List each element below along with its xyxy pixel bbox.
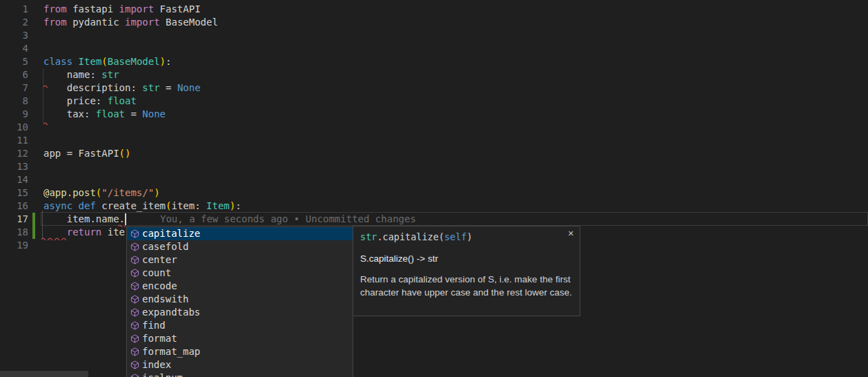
code-line: 11 — [0, 134, 868, 147]
line-number[interactable]: 8 — [0, 95, 28, 108]
suggest-item[interactable]: count — [127, 267, 353, 280]
suggest-item[interactable]: capitalize — [127, 227, 353, 240]
code-text[interactable]: app = FastAPI() — [28, 147, 130, 160]
line-number[interactable]: 7 — [0, 81, 28, 95]
code-text[interactable] — [28, 42, 43, 55]
line-number[interactable]: 16 — [0, 200, 28, 213]
line-number[interactable]: 14 — [0, 173, 28, 186]
code-text[interactable] — [28, 134, 43, 147]
suggest-item-label: index — [142, 358, 171, 371]
suggest-item[interactable]: isalnum — [127, 371, 353, 377]
code-line: 2from pydantic import BaseModel — [0, 16, 868, 29]
code-line: 6 name: str — [0, 68, 868, 81]
suggest-item[interactable]: find — [127, 319, 353, 332]
line-number[interactable]: 6 — [0, 68, 28, 81]
suggest-item-label: format_map — [142, 345, 200, 358]
suggest-item-label: casefold — [142, 240, 188, 253]
suggest-item[interactable]: format_map — [127, 345, 353, 358]
suggest-widget: capitalizecasefoldcentercountencodeendsw… — [126, 226, 353, 377]
code-text[interactable]: async def create_item(item: Item): — [28, 200, 241, 213]
line-number[interactable]: 11 — [0, 134, 28, 147]
horizontal-scrollbar-thumb[interactable] — [0, 371, 88, 377]
line-number[interactable]: 18 — [0, 226, 28, 239]
suggest-item[interactable]: index — [127, 358, 353, 371]
suggest-item-label: format — [142, 332, 177, 345]
code-text[interactable] — [28, 239, 43, 252]
code-line: 13 — [0, 160, 868, 173]
method-icon — [129, 307, 140, 318]
doc-body: Return a capitalized version of S, i.e. … — [360, 273, 573, 299]
code-text[interactable]: @app.post("/items/") — [28, 186, 160, 200]
close-icon[interactable]: ✕ — [568, 230, 574, 238]
method-icon — [129, 360, 140, 371]
line-number[interactable]: 4 — [0, 42, 28, 55]
suggest-item-label: capitalize — [142, 227, 200, 240]
code-text[interactable]: tax: float = None — [28, 108, 166, 121]
line-number[interactable]: 2 — [0, 16, 28, 29]
method-icon — [129, 320, 140, 331]
code-line: 15@app.post("/items/") — [0, 186, 868, 200]
doc-summary: S.capitalize() -> str — [360, 253, 573, 264]
suggest-item-label: expandtabs — [142, 306, 200, 319]
line-number[interactable]: 5 — [0, 55, 28, 68]
code-line: 3 — [0, 29, 868, 42]
code-line: 14 — [0, 173, 868, 186]
code-text[interactable] — [28, 29, 43, 42]
line-number[interactable]: 10 — [0, 121, 28, 134]
code-text[interactable]: description: str = None — [28, 81, 201, 95]
code-editor: 1from fastapi import FastAPI2from pydant… — [0, 0, 868, 377]
suggest-item-label: endswith — [142, 293, 188, 306]
suggest-doc-panel: str.capitalize(self) ✕ S.capitalize() ->… — [353, 226, 580, 316]
suggest-item[interactable]: casefold — [127, 240, 353, 253]
code-line: 4 — [0, 42, 868, 55]
code-text[interactable]: from fastapi import FastAPI — [28, 3, 201, 16]
suggest-item-label: isalnum — [142, 371, 183, 377]
suggest-item[interactable]: format — [127, 332, 353, 345]
code-text[interactable] — [28, 121, 43, 134]
method-icon — [129, 255, 140, 266]
line-number[interactable]: 13 — [0, 160, 28, 173]
method-icon — [129, 294, 140, 305]
line-number[interactable]: 1 — [0, 3, 28, 16]
method-icon — [129, 281, 140, 292]
line-number[interactable]: 15 — [0, 186, 28, 200]
suggest-item-label: find — [142, 319, 166, 332]
blame-annotation: You, a few seconds ago • Uncommitted cha… — [160, 213, 416, 226]
line-number[interactable]: 3 — [0, 29, 28, 42]
code-text[interactable]: item.name. — [28, 213, 125, 226]
code-line: 9 tax: float = None — [0, 108, 868, 121]
doc-signature: str.capitalize(self) — [360, 231, 573, 243]
code-text[interactable]: price: float — [28, 95, 137, 108]
code-text[interactable] — [28, 173, 43, 186]
error-squiggle — [41, 237, 66, 240]
code-text[interactable]: name: str — [28, 68, 119, 81]
suggest-item-label: count — [142, 267, 171, 280]
error-squiggle — [43, 122, 50, 125]
suggest-item-label: encode — [142, 280, 177, 293]
code-line: 7 description: str = None — [0, 81, 868, 95]
suggest-item[interactable]: center — [127, 253, 353, 267]
method-icon — [129, 373, 140, 377]
code-line: 12app = FastAPI() — [0, 147, 868, 160]
suggest-item[interactable]: expandtabs — [127, 306, 353, 319]
line-number[interactable]: 9 — [0, 108, 28, 121]
code-text[interactable]: from pydantic import BaseModel — [28, 16, 218, 29]
code-text[interactable] — [28, 160, 43, 173]
code-line: 16async def create_item(item: Item): — [0, 200, 868, 213]
code-text[interactable]: class Item(BaseModel): — [28, 55, 171, 68]
method-icon — [129, 229, 140, 240]
suggest-item[interactable]: endswith — [127, 293, 353, 306]
code-area[interactable]: 1from fastapi import FastAPI2from pydant… — [0, 3, 868, 252]
error-squiggle — [118, 224, 126, 227]
line-number[interactable]: 17 — [0, 213, 28, 226]
line-number[interactable]: 12 — [0, 147, 28, 160]
method-icon — [129, 242, 140, 253]
suggest-item-label: center — [142, 253, 177, 267]
code-line: 10 — [0, 121, 868, 134]
error-squiggle — [43, 84, 50, 88]
suggest-item[interactable]: encode — [127, 280, 353, 293]
line-number[interactable]: 19 — [0, 239, 28, 252]
method-icon — [129, 347, 140, 358]
code-line: 1from fastapi import FastAPI — [0, 3, 868, 16]
method-icon — [129, 268, 140, 279]
